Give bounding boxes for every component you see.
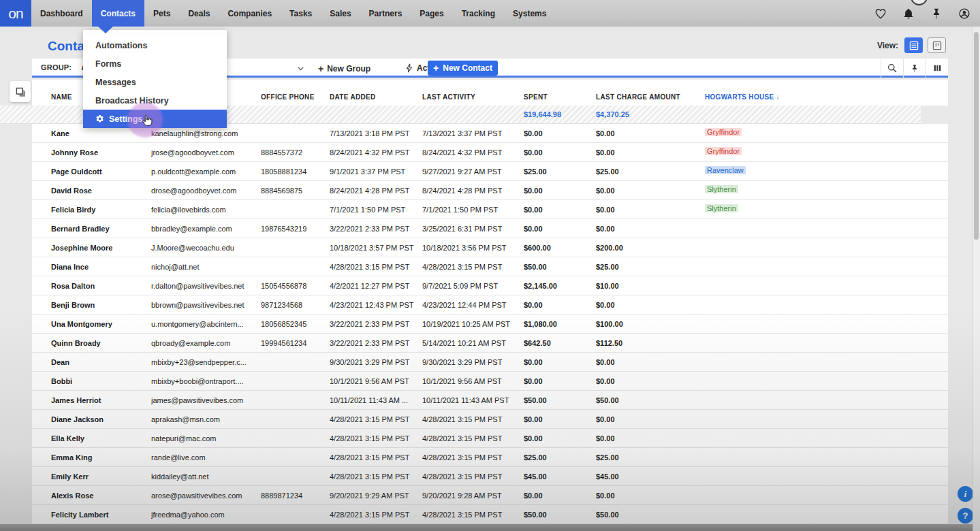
pin-view-button[interactable]: [903, 59, 926, 78]
cell-last-activity: 8/24/2021 4:32 PM PST: [422, 148, 523, 157]
col-header-date-added[interactable]: DATE ADDED: [330, 93, 375, 101]
table-row[interactable]: Una Montgomeryu.montgomery@abcintern...1…: [32, 315, 948, 334]
profile-icon[interactable]: [958, 7, 970, 20]
plus-icon: +: [318, 63, 323, 74]
menu-item-broadcast-history[interactable]: Broadcast History: [83, 91, 227, 110]
info-button[interactable]: i: [958, 486, 973, 502]
nav-item-tasks[interactable]: Tasks: [281, 0, 321, 27]
col-header-hogwarts-house[interactable]: HOGWARTS HOUSE ↓: [705, 93, 780, 101]
cell-email: mbixby+23@sendpepper.c...: [151, 358, 259, 366]
cell-name: Rosa Dalton: [51, 282, 150, 290]
table-row[interactable]: Benji Brownbbrown@pawsitivevibes.net9871…: [32, 295, 948, 315]
menu-item-messages[interactable]: Messages: [83, 73, 227, 91]
nav-item-systems[interactable]: Systems: [504, 0, 555, 27]
cell-hogwarts-house: Ravenclaw: [705, 166, 793, 174]
cell-office-phone: 8884557372: [261, 148, 328, 157]
nav-item-partners[interactable]: Partners: [360, 0, 411, 27]
table-row[interactable]: Johnny Rosejrose@agoodboyvet.com88845573…: [32, 143, 948, 162]
cell-spent: $0.00: [524, 415, 592, 423]
table-row[interactable]: Quinn Broadyqbroady@example.com199945612…: [32, 334, 948, 353]
table-row[interactable]: Diane Jacksonaprakash@msn.com4/28/2021 3…: [32, 410, 948, 429]
col-header-last-charge[interactable]: LAST CHARGE AMOUNT: [596, 93, 680, 101]
stacked-pages-button[interactable]: [10, 81, 31, 102]
cell-last-activity: 9/30/2021 3:29 PM PST: [422, 358, 523, 366]
table-row[interactable]: Diana Incenichoj@att.net4/28/2021 3:15 P…: [32, 257, 948, 276]
cell-email: natepuri@mac.com: [151, 434, 259, 442]
cell-last-activity: 7/1/2021 1:50 PM PST: [422, 206, 523, 214]
list-view-button[interactable]: [904, 37, 923, 53]
col-header-spent[interactable]: SPENT: [524, 93, 548, 101]
lightning-icon: [405, 63, 413, 73]
menu-item-settings[interactable]: Settings: [83, 110, 227, 128]
card-view-button[interactable]: [928, 37, 946, 53]
summary-last-charge: $4,370.25: [596, 110, 629, 118]
bell-icon[interactable]: [902, 7, 915, 20]
group-label: GROUP:: [41, 63, 72, 71]
cell-hogwarts-house: Gryffindor: [705, 128, 793, 136]
cell-spent: $50.00: [524, 396, 592, 404]
columns-button[interactable]: [926, 59, 948, 78]
nav-item-pets[interactable]: Pets: [144, 0, 179, 27]
cell-last-activity: 10/19/2021 10:25 AM PST: [422, 320, 523, 328]
col-header-last-activity[interactable]: LAST ACTIVITY: [422, 93, 475, 101]
new-group-button[interactable]: + New Group: [318, 63, 370, 74]
cell-email: kiddailey@att.net: [151, 472, 259, 481]
table-row[interactable]: Alexis Rosearose@pawsitivevibes.com88898…: [32, 486, 948, 505]
nav-items: DashboardContactsPetsDealsCompaniesTasks…: [31, 0, 555, 27]
cell-last-activity: 4/28/2021 3:15 PM PST: [422, 472, 523, 481]
cell-last-activity: 5/14/2021 10:21 AM PST: [422, 339, 523, 347]
cell-date-added: 4/23/2021 12:43 PM PST: [330, 301, 420, 309]
search-icon: [887, 63, 898, 74]
cell-date-added: 7/13/2021 3:18 PM PST: [330, 129, 420, 138]
table-row[interactable]: Bobbimbixby+boobi@ontraport....10/1/2021…: [32, 372, 948, 391]
ontraport-logo[interactable]: on: [0, 0, 31, 27]
nav-item-companies[interactable]: Companies: [219, 0, 281, 27]
table-row[interactable]: Emma Kingrande@live.com4/28/2021 3:15 PM…: [32, 448, 948, 467]
table-row[interactable]: Felicia Birdyfelicia@ilovebirds.com7/1/2…: [32, 200, 948, 219]
scrollbar-track[interactable]: [973, 27, 980, 531]
nav-item-tracking[interactable]: Tracking: [453, 0, 504, 27]
cell-email: jrose@agoodboyvet.com: [151, 148, 259, 157]
cell-name: Quinn Broady: [51, 339, 150, 347]
cell-email: qbroady@example.com: [151, 339, 259, 347]
table-row[interactable]: Deanmbixby+23@sendpepper.c...9/30/2021 3…: [32, 353, 948, 372]
new-contact-button[interactable]: + New Contact: [428, 61, 498, 76]
table-row[interactable]: Ella Kellynatepuri@mac.com4/28/2021 3:15…: [32, 429, 948, 448]
cell-name: Johnny Rose: [51, 148, 150, 157]
cell-date-added: 4/28/2021 3:15 PM PST: [330, 434, 420, 442]
nav-item-deals[interactable]: Deals: [179, 0, 219, 27]
cell-email: bbrown@pawsitivevibes.net: [151, 301, 259, 309]
cell-email: arose@pawsitivevibes.com: [151, 492, 259, 500]
menu-item-forms[interactable]: Forms: [83, 54, 227, 73]
cell-name: Dean: [51, 358, 150, 366]
table-row[interactable]: David Rosedrose@agoodboyvet.com888456987…: [32, 181, 948, 200]
table-row[interactable]: Rosa Daltonr.dalton@pawsitivevibes.net15…: [32, 276, 948, 295]
pin-icon[interactable]: [930, 7, 943, 20]
active-tab-notch: [98, 27, 113, 33]
gear-icon: [95, 114, 104, 123]
cell-last-charge: $200.00: [596, 244, 698, 252]
table-row[interactable]: Page Ouldcottp.ouldcott@example.com18058…: [32, 162, 948, 181]
cell-office-phone: 18056852345: [261, 320, 328, 328]
menu-item-automations[interactable]: Automations: [83, 36, 227, 54]
scrollbar-thumb[interactable]: [974, 32, 979, 240]
cell-date-added: 4/28/2021 3:15 PM PST: [330, 453, 420, 462]
nav-item-pages[interactable]: Pages: [411, 0, 452, 27]
heart-icon[interactable]: [874, 7, 887, 20]
col-header-office-phone[interactable]: OFFICE PHONE: [261, 93, 315, 101]
col-header-name[interactable]: NAME: [51, 93, 72, 101]
stacked-pages-icon: [14, 86, 27, 98]
nav-item-sales[interactable]: Sales: [321, 0, 360, 27]
search-button[interactable]: [881, 59, 903, 78]
table-row[interactable]: James Herriotjames@pawsitivevibes.com10/…: [32, 391, 948, 410]
cell-email: mbixby+boobi@ontraport....: [151, 377, 259, 385]
table-row[interactable]: Felicity Lambertjfreedma@yahoo.com4/28/2…: [32, 505, 948, 524]
cell-last-activity: 8/24/2021 4:28 PM PST: [422, 187, 523, 195]
nav-item-contacts[interactable]: Contacts: [92, 0, 144, 27]
help-button[interactable]: ?: [958, 508, 973, 524]
table-row[interactable]: Bernard Bradleybbradley@example.com19876…: [32, 219, 948, 238]
nav-item-dashboard[interactable]: Dashboard: [31, 0, 92, 27]
table-row[interactable]: Emily Kerrkiddailey@att.net4/28/2021 3:1…: [32, 467, 948, 486]
chevron-down-icon[interactable]: [296, 64, 305, 73]
table-row[interactable]: Josephine MooreJ.Moore@wecoachu.edu10/18…: [32, 238, 948, 257]
